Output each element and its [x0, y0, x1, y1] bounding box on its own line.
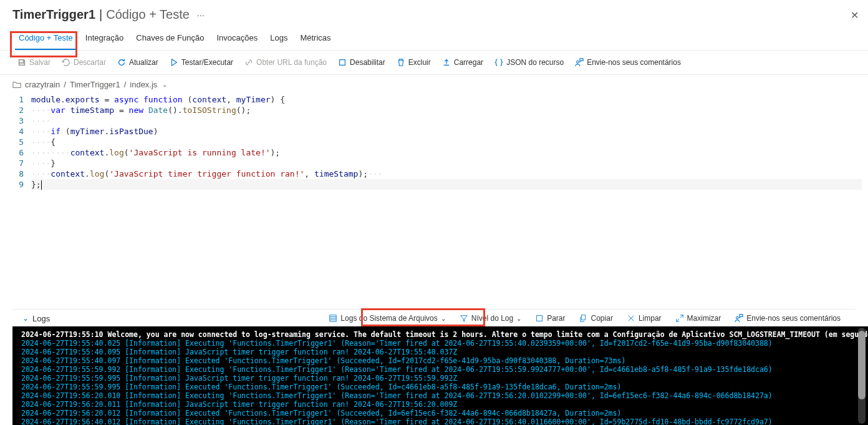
logs-source-dropdown[interactable]: Logs do Sistema de Arquivos ⌄	[324, 312, 450, 325]
stop-button[interactable]: Parar	[530, 312, 570, 325]
upload-button[interactable]: Carregar	[437, 56, 488, 69]
console-line: 2024-06-27T19:55:40.025 [Information] Ex…	[21, 339, 859, 348]
get-url-button[interactable]: Obter URL da função	[239, 56, 332, 69]
tab-metrics[interactable]: Métricas	[294, 27, 337, 50]
undo-icon	[62, 58, 70, 67]
tab-code-test[interactable]: Código + Teste	[12, 27, 79, 50]
more-icon[interactable]: ···	[197, 10, 205, 20]
clear-icon	[627, 314, 635, 323]
list-icon	[329, 314, 337, 323]
save-icon	[17, 58, 26, 67]
copy-icon	[579, 314, 588, 323]
logs-feedback-button[interactable]: Envie-nos seus comentários	[730, 312, 846, 325]
console-line: 2024-06-27T19:56:20.011 [Information] Ja…	[21, 400, 859, 409]
page-header: TimerTrigger1 | Código + Teste ···	[0, 0, 868, 27]
page-subtitle: Código + Teste	[106, 7, 190, 22]
tab-bar: Código + Teste Integração Chaves de Funç…	[0, 27, 868, 51]
clear-button[interactable]: Limpar	[622, 312, 667, 325]
svg-rect-0	[340, 60, 345, 66]
code-editor[interactable]: 123456789 module.exports = async functio…	[0, 94, 868, 281]
console-line: 2024-06-27T19:55:59.995 [Information] Ja…	[21, 374, 859, 383]
console-line: 2024-06-27T19:56:40.012 [Information] Ex…	[21, 418, 859, 425]
toolbar: Salvar Descartar Atualizar Testar/Execut…	[0, 51, 868, 75]
delete-button[interactable]: Excluir	[392, 56, 436, 69]
breadcrumb-file[interactable]: index.js	[130, 80, 157, 89]
page-title: TimerTrigger1	[12, 7, 95, 22]
breadcrumb-root[interactable]: crazytrain	[25, 80, 60, 89]
stop-icon	[338, 58, 347, 67]
tab-integration[interactable]: Integração	[79, 27, 130, 50]
copy-button[interactable]: Copiar	[574, 312, 618, 325]
close-icon[interactable]: ✕	[851, 9, 859, 21]
chevron-down-icon: ⌄	[441, 315, 446, 322]
folder-icon	[12, 81, 21, 89]
breadcrumb-function[interactable]: TimerTrigger1	[70, 80, 120, 89]
svg-rect-1	[537, 316, 542, 321]
braces-icon	[494, 58, 503, 67]
upload-icon	[442, 58, 451, 67]
logs-toolbar: ⌄ Logs Logs do Sistema de Arquivos ⌄ Nív…	[12, 309, 856, 327]
chevron-down-icon: ⌄	[516, 315, 521, 322]
feedback-button[interactable]: Envie-nos seus comentários	[570, 56, 686, 69]
refresh-icon	[117, 58, 126, 67]
json-button[interactable]: JSON do recurso	[489, 56, 569, 69]
tab-invocations[interactable]: Invocações	[210, 27, 264, 50]
log-level-dropdown[interactable]: Nível do Log ⌄	[455, 312, 526, 325]
console-line: 2024-06-27T19:56:20.012 [Information] Ex…	[21, 409, 859, 418]
tab-function-keys[interactable]: Chaves de Função	[130, 27, 210, 50]
person-feedback-icon	[735, 314, 743, 323]
scrollbar-thumb[interactable]	[858, 331, 866, 399]
maximize-button[interactable]: Maximizar	[670, 312, 726, 325]
line-gutter: 123456789	[6, 94, 31, 281]
maximize-icon	[675, 314, 684, 323]
stop-icon	[535, 314, 544, 323]
console-line: 2024-06-27T19:55:40.095 [Information] Ja…	[21, 348, 859, 356]
trash-icon	[397, 58, 405, 67]
console-line: 2024-06-27T19:55:40.097 [Information] Ex…	[21, 356, 859, 365]
test-run-button[interactable]: Testar/Executar	[165, 56, 238, 69]
console-line: 2024-06-27T19:56:20.010 [Information] Ex…	[21, 391, 859, 400]
disable-button[interactable]: Desabilitar	[333, 56, 390, 69]
chevron-down-icon[interactable]: ⌄	[22, 314, 29, 323]
save-button[interactable]: Salvar	[12, 56, 55, 69]
play-icon	[170, 58, 178, 67]
person-feedback-icon	[575, 58, 584, 67]
console-line: 2024-06-27T19:55:59.992 [Information] Ex…	[21, 365, 859, 374]
filter-icon	[460, 314, 468, 323]
console-line: 2024-06-27T19:55:10 Welcome, you are now…	[21, 330, 859, 339]
console-line: 2024-06-27T19:55:59.995 [Information] Ex…	[21, 383, 859, 391]
log-console[interactable]: 2024-06-27T19:55:10 Welcome, you are now…	[12, 326, 868, 425]
breadcrumb: crazytrain / TimerTrigger1 / index.js ⌄	[0, 75, 868, 94]
refresh-button[interactable]: Atualizar	[112, 56, 163, 69]
discard-button[interactable]: Descartar	[57, 56, 111, 69]
logs-label[interactable]: Logs	[32, 314, 50, 323]
link-icon	[244, 58, 253, 67]
code-area[interactable]: module.exports = async function (context…	[31, 94, 862, 281]
tab-logs[interactable]: Logs	[264, 27, 294, 50]
chevron-down-icon[interactable]: ⌄	[162, 81, 167, 88]
